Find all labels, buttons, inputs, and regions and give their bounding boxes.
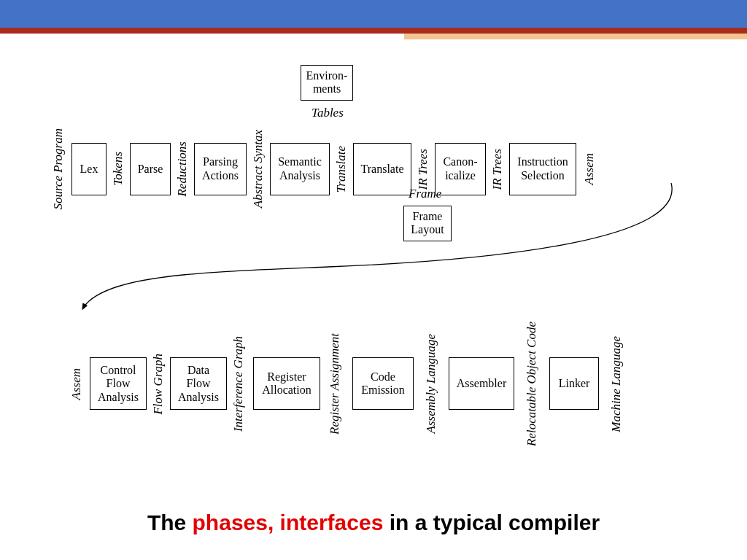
phase-instruction-selection: Instruction Selection	[509, 143, 576, 195]
caption-part1: The	[147, 510, 193, 534]
caption-comma: ,	[268, 510, 280, 534]
phase-parsing-actions-line1: Parsing	[203, 155, 238, 168]
caption-interfaces: interfaces	[280, 510, 384, 534]
label-source-program: Source Program	[51, 128, 66, 210]
label-ir-trees-1: IR Trees	[416, 149, 430, 190]
pipeline-row-1: Source Program Lex Tokens Parse Reductio…	[51, 128, 597, 210]
aux-tables-label: Tables	[311, 106, 344, 120]
slide-caption: The phases, interfaces in a typical comp…	[0, 510, 747, 535]
phase-regalloc-line1: Register	[267, 370, 306, 384]
phase-codeemit-line2: Emission	[361, 384, 405, 397]
phase-cfa-line1: Control	[101, 364, 136, 377]
phase-semantic-line2: Analysis	[279, 169, 320, 182]
phase-dfa-line3: Analysis	[178, 391, 219, 404]
aux-frame-line2: Layout	[411, 223, 444, 236]
pipeline-row-2: Assem Control Flow Analysis Flow Graph D…	[69, 322, 624, 446]
header-blue-bar	[0, 0, 747, 28]
phase-parse: Parse	[130, 143, 171, 195]
phase-semantic-line1: Semantic	[278, 155, 322, 168]
phase-regalloc-line2: Allocation	[262, 384, 311, 397]
label-register-assignment: Register Assignment	[328, 333, 342, 435]
label-tokens: Tokens	[111, 152, 125, 186]
label-assem-2: Assem	[69, 368, 84, 400]
phase-parsing-actions: Parsing Actions	[194, 143, 247, 195]
phase-register-allocation: Register Allocation	[253, 357, 320, 410]
phase-data-flow-analysis: Data Flow Analysis	[170, 357, 227, 410]
phase-instr-line1: Instruction	[517, 155, 568, 168]
label-abstract-syntax: Abstract Syntax	[251, 130, 266, 208]
label-translate: Translate	[334, 146, 349, 192]
caption-part5: in a typical compiler	[383, 510, 600, 534]
phase-dfa-line2: Flow	[187, 377, 211, 390]
compiler-phases-diagram: Source Program Lex Tokens Parse Reductio…	[0, 34, 747, 486]
phase-parsing-actions-line2: Actions	[202, 169, 239, 182]
phase-cfa-line2: Flow	[107, 377, 131, 390]
aux-environments: Environ- ments	[301, 65, 353, 101]
phase-canon-line2: icalize	[445, 169, 476, 182]
phase-semantic-analysis: Semantic Analysis	[270, 143, 330, 195]
phase-linker: Linker	[549, 357, 599, 410]
label-assembly-language: Assembly Language	[424, 334, 438, 433]
phase-cfa-line3: Analysis	[98, 391, 139, 404]
aux-frame-layout: Frame Layout	[403, 206, 452, 241]
phase-dfa-line1: Data	[187, 364, 209, 377]
phase-assembler: Assembler	[449, 357, 514, 410]
label-ir-trees-2: IR Trees	[490, 149, 505, 190]
phase-codeemit-line1: Code	[371, 370, 395, 384]
label-relocatable-object-code: Relocatable Object Code	[525, 322, 539, 446]
header-red-bar	[0, 28, 747, 34]
phase-canon-line1: Canon-	[443, 155, 477, 168]
aux-frame-label: Frame	[409, 187, 441, 201]
phase-lex: Lex	[71, 143, 107, 195]
aux-frame-line1: Frame	[413, 210, 443, 222]
label-flow-graph: Flow Graph	[151, 354, 166, 415]
phase-code-emission: Code Emission	[352, 357, 414, 410]
aux-env-line2: ments	[313, 82, 341, 95]
caption-phases: phases	[193, 510, 268, 534]
phase-translate: Translate	[353, 143, 411, 195]
label-reductions: Reductions	[175, 141, 190, 197]
phase-canonicalize: Canon- icalize	[435, 143, 486, 195]
label-assem-1: Assem	[582, 153, 597, 184]
label-interference-graph: Interference Graph	[231, 336, 246, 432]
phase-control-flow-analysis: Control Flow Analysis	[90, 357, 147, 410]
phase-instr-line2: Selection	[521, 169, 565, 182]
label-machine-language: Machine Language	[609, 336, 624, 432]
aux-env-line1: Environ-	[306, 69, 348, 82]
